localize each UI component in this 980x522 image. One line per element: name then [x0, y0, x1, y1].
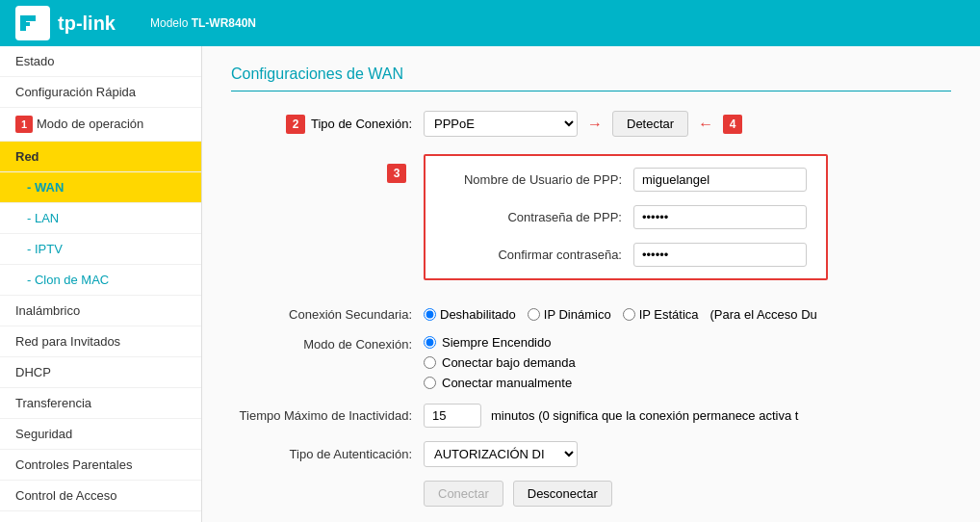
- sidebar-item-inalambrico[interactable]: Inalámbrico: [0, 296, 201, 326]
- disconnect-button[interactable]: Desconectar: [513, 481, 612, 507]
- inactivity-controls: minutos (0 significa que la conexión per…: [424, 404, 798, 428]
- radio-manualmente[interactable]: Conectar manualmente: [424, 376, 576, 390]
- auth-type-row: Tipo de Autenticación: AUTORIZACIÓN DI: [231, 441, 951, 467]
- ppp-confirm-input[interactable]: [633, 243, 807, 267]
- connection-type-row: 2 Tipo de Conexión: PPPoE → Detectar ← 4: [231, 111, 951, 137]
- sidebar-item-red[interactable]: Red: [0, 142, 201, 172]
- main-layout: Estado Configuración Rápida 1Modo de ope…: [0, 46, 980, 522]
- badge-3: 3: [387, 164, 406, 183]
- badge-2: 2: [286, 115, 305, 134]
- auth-type-select[interactable]: AUTORIZACIÓN DI: [424, 441, 578, 467]
- sidebar-item-control-acceso[interactable]: Control de Acceso: [0, 481, 201, 511]
- main-content: Configuraciones de WAN 2 Tipo de Conexió…: [202, 46, 980, 522]
- secondary-conn-options: Deshabilitado IP Dinámico IP Estática (P…: [424, 307, 817, 322]
- radio-ip-dinamico[interactable]: IP Dinámico: [528, 307, 611, 322]
- badge-4-arrow: ←: [698, 116, 713, 133]
- radio-bajo-demanda[interactable]: Conectar bajo demanda: [424, 355, 576, 370]
- connection-type-controls: PPPoE → Detectar ← 4: [424, 111, 748, 137]
- sidebar-item-iptv[interactable]: - IPTV: [0, 234, 201, 265]
- auth-type-label: Tipo de Autenticación:: [231, 447, 424, 461]
- connection-type-label: Tipo de Conexión:: [311, 117, 412, 131]
- badge-1: 1: [15, 116, 33, 133]
- sidebar-item-transferencia[interactable]: Transferencia: [0, 388, 201, 419]
- ppp-credentials-box: Nombre de Usuario de PPP: Contraseña de …: [424, 154, 828, 280]
- sidebar-item-clon-mac[interactable]: - Clon de MAC: [0, 265, 201, 296]
- mode-options: Siempre Encendido Conectar bajo demanda …: [424, 335, 576, 390]
- tp-link-logo: [15, 6, 50, 40]
- sidebar-item-lan[interactable]: - LAN: [0, 203, 201, 234]
- inactivity-input[interactable]: [424, 404, 481, 428]
- ppp-pass-label: Contraseña de PPP:: [441, 210, 633, 224]
- ppp-user-input[interactable]: [633, 168, 807, 192]
- section-3-wrapper: 3 Nombre de Usuario de PPP: Contraseña d…: [231, 154, 951, 294]
- ppp-confirm-label: Confirmar contraseña:: [441, 248, 633, 262]
- sidebar-item-config-rapida[interactable]: Configuración Rápida: [0, 77, 201, 108]
- radio-ip-estatica[interactable]: IP Estática: [623, 307, 699, 322]
- sidebar: Estado Configuración Rápida 1Modo de ope…: [0, 46, 202, 522]
- secondary-conn-label: Conexión Secundaria:: [231, 307, 424, 322]
- svg-rect-3: [20, 22, 30, 26]
- detect-button[interactable]: Detectar: [612, 111, 688, 137]
- connection-type-select[interactable]: PPPoE: [424, 111, 578, 137]
- sidebar-item-dhcp[interactable]: DHCP: [0, 357, 201, 388]
- ppp-user-label: Nombre de Usuario de PPP:: [441, 172, 633, 187]
- mode-label: Modo de Conexión:: [231, 335, 424, 352]
- sidebar-item-modo-operacion[interactable]: 1Modo de operación: [0, 108, 201, 142]
- sidebar-item-seguridad[interactable]: Seguridad: [0, 419, 201, 450]
- logo-area: tp-link: [15, 6, 116, 40]
- inactivity-row: Tiempo Máximo de Inactividad: minutos (0…: [231, 404, 951, 428]
- detect-arrow: →: [587, 116, 603, 133]
- section-title: Configuraciones de WAN: [231, 65, 951, 91]
- sidebar-item-estado[interactable]: Estado: [0, 46, 201, 77]
- ppp-pass-row: Contraseña de PPP:: [441, 205, 811, 229]
- mode-conn-row: Modo de Conexión: Siempre Encendido Cone…: [231, 335, 951, 390]
- svg-rect-2: [20, 15, 36, 21]
- header-model: Modelo TL-WR840N: [150, 16, 256, 30]
- secondary-conn-note: (Para el Acceso Du: [710, 307, 817, 322]
- ppp-pass-input[interactable]: [633, 205, 807, 229]
- connect-button[interactable]: Conectar: [424, 481, 503, 507]
- logo-text: tp-link: [58, 13, 116, 35]
- action-buttons-row: Conectar Desconectar: [231, 481, 951, 507]
- sidebar-item-controles-parentales[interactable]: Controles Parentales: [0, 450, 201, 481]
- header: tp-link Modelo TL-WR840N: [0, 0, 980, 46]
- action-buttons: Conectar Desconectar: [424, 481, 612, 507]
- ppp-user-row: Nombre de Usuario de PPP:: [441, 168, 811, 192]
- inactivity-note: minutos (0 significa que la conexión per…: [491, 408, 798, 423]
- sidebar-item-enrutamiento[interactable]: Enrutamiento Avanzado: [0, 511, 201, 522]
- badge-4: 4: [723, 115, 742, 134]
- sidebar-item-red-invitados[interactable]: Red para Invitados: [0, 326, 201, 357]
- radio-deshabilitado[interactable]: Deshabilitado: [424, 307, 516, 322]
- radio-siempre-encendido[interactable]: Siempre Encendido: [424, 335, 576, 350]
- secondary-conn-row: Conexión Secundaria: Deshabilitado IP Di…: [231, 307, 951, 322]
- ppp-confirm-row: Confirmar contraseña:: [441, 243, 811, 267]
- inactivity-label: Tiempo Máximo de Inactividad:: [231, 408, 424, 423]
- sidebar-item-wan[interactable]: - WAN: [0, 172, 201, 203]
